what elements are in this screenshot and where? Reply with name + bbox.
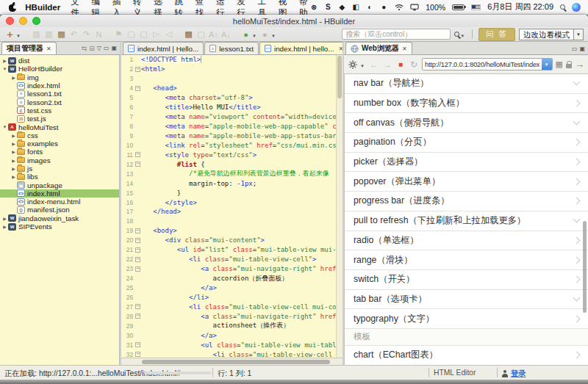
expand-arrow-icon[interactable]: ▶ [1, 58, 8, 63]
menu-bar-clock[interactable]: 6月8日 周四 22:09 [487, 1, 553, 12]
code-line[interactable]: 24 accordion（折叠面板） [121, 274, 336, 283]
tree-item[interactable]: ▶js [0, 164, 119, 173]
close-icon[interactable]: ✕ [46, 46, 51, 52]
code-line[interactable]: 13 /*避免导航边框和列表背景边框重叠，看起来像 [121, 169, 336, 178]
browser-list-item[interactable]: pull to refresh（下拉刷新和上拉加载更多） [345, 211, 588, 231]
scrollbar-thumb[interactable] [142, 360, 330, 364]
circle-x-icon[interactable]: ⊗ [309, 3, 318, 12]
chevron-down-icon[interactable]: ▼ [360, 64, 365, 68]
fold-marker-icon[interactable]: − [135, 228, 141, 233]
s-app-icon[interactable]: S [323, 3, 332, 12]
code-line[interactable]: 18 [121, 217, 336, 226]
editor-tab[interactable]: <>index.html | Hello... [123, 42, 204, 54]
browser-go-button[interactable]: → [575, 59, 584, 69]
browser-forward-button[interactable]: → [382, 59, 392, 70]
tree-item[interactable]: ▶Wdist [0, 57, 119, 65]
chevron-down-icon[interactable]: ▼ [573, 29, 583, 40]
input-language-flag-icon[interactable] [471, 4, 481, 10]
view-mode-select[interactable]: 边改边看模式 ▼ [519, 29, 584, 40]
preview-button[interactable]: ▩ [56, 29, 67, 40]
tree-item[interactable]: JStest.js [0, 115, 119, 123]
editor-tab[interactable]: ≡lesson1.txt [204, 42, 259, 54]
tree-item[interactable]: ≡lesson2.txt [0, 98, 119, 106]
tab-web-browser[interactable]: Web浏览器 ✕ [345, 42, 412, 54]
code-line[interactable]: 31− <ul class="mui-table-view mui-tabl [121, 340, 336, 349]
web-run-button[interactable]: ● [259, 29, 270, 40]
code-line[interactable]: 27− <li class="mui-table-view-cell mui-c… [121, 302, 336, 311]
tree-item[interactable]: <>index.html [0, 189, 119, 198]
code-line[interactable]: 20− <div class="mui-content"> [121, 236, 336, 245]
browser-list-item[interactable]: chart（EChart图表） [345, 346, 588, 365]
code-line[interactable]: 26 </li> [121, 292, 336, 302]
browser-list-item[interactable]: popover（弹出菜单） [345, 172, 588, 192]
code-line[interactable]: 3 [121, 74, 336, 84]
tree-item[interactable]: <>index-menu.html [0, 198, 119, 206]
code-line[interactable]: 32− <li class="mui-table-view-cell [121, 349, 336, 358]
code-line[interactable]: 8 <meta name="apple-mobile-web-app-capab… [121, 122, 336, 131]
browser-list-item[interactable]: nav bar（导航栏） [345, 74, 588, 94]
browser-list-item[interactable]: pagination（分页） [345, 133, 588, 153]
minimize-panel-icon[interactable]: ▭ [572, 46, 578, 52]
editor-horizontal-scrollbar[interactable] [121, 358, 343, 365]
expand-arrow-icon[interactable]: ▶ [1, 216, 8, 221]
browser-list-item[interactable]: tab bar（选项卡） [345, 290, 588, 310]
spotlight-icon[interactable] [560, 4, 565, 10]
tree-item[interactable]: ▼WHelloHBuilder [0, 65, 119, 73]
fold-marker-icon[interactable]: − [135, 267, 141, 272]
code-line[interactable]: 19− <body> [121, 226, 336, 236]
code-line[interactable]: 11− <style type="text/css"> [121, 150, 336, 159]
browser-list-item[interactable]: switch（开关） [345, 270, 588, 290]
tree-item[interactable]: {}manifest.json [0, 206, 119, 214]
minimize-panel-icon[interactable]: ▭ [104, 46, 110, 52]
qq-icon[interactable]: ◧ [351, 3, 360, 12]
wechat-icon[interactable]: ● [379, 3, 388, 12]
fold-marker-icon[interactable]: − [135, 162, 141, 167]
fold-marker-icon[interactable]: − [135, 314, 141, 319]
link-with-editor-icon[interactable]: ⇆ [82, 46, 87, 52]
qa-button[interactable]: 问 答 [478, 28, 515, 41]
collapse-all-icon[interactable]: ⊟ [89, 46, 95, 52]
browser-settings-icon[interactable] [348, 59, 358, 70]
code-line[interactable]: 30 </a> [121, 330, 336, 340]
view-menu-icon[interactable]: ▽ [97, 46, 101, 52]
tree-item[interactable]: ctest.css [0, 106, 119, 115]
fold-marker-icon[interactable]: − [135, 247, 141, 253]
expand-arrow-icon[interactable]: ▶ [1, 224, 8, 229]
code-line[interactable]: 7 <meta name="viewport" content="width=d… [121, 112, 336, 122]
tree-item[interactable]: ▶img [0, 73, 119, 81]
app-menu[interactable]: HBuilder [25, 3, 60, 12]
camera-icon[interactable]: ◐ [365, 3, 374, 12]
tab-project-manager[interactable]: 项目管理器 ✕ [1, 42, 57, 54]
maximize-panel-icon[interactable]: ▣ [111, 46, 117, 52]
expand-arrow-icon[interactable]: ▶ [10, 75, 17, 80]
fold-marker-icon[interactable]: − [135, 304, 141, 309]
code-line[interactable]: 1<!DOCTYPE html> [121, 55, 336, 65]
expand-arrow-icon[interactable]: ▶ [10, 141, 17, 146]
url-input[interactable] [423, 59, 542, 70]
browser-list-item[interactable]: off canvas（侧滑导航） [345, 113, 588, 133]
tree-item[interactable]: <>index.html [0, 81, 119, 90]
scrollbar-thumb[interactable] [337, 56, 342, 98]
close-icon[interactable]: ✕ [402, 46, 407, 52]
browser-list-item[interactable]: typography（文字） [345, 309, 588, 329]
tree-item[interactable]: ▼AhelloMuiTest [0, 123, 119, 131]
siri-icon[interactable] [572, 3, 581, 12]
browser-list-item[interactable]: picker（选择器） [345, 153, 588, 173]
airplay-icon[interactable] [410, 3, 419, 12]
apple-menu-icon[interactable] [9, 3, 15, 12]
project-tree[interactable]: ▶Wdist▼WHelloHBuilder▶img<>index.html≡le… [0, 55, 120, 365]
code-line[interactable]: 14 margin-top: -1px; [121, 178, 336, 188]
login-link[interactable]: 登录 [511, 369, 526, 379]
fold-marker-icon[interactable]: − [135, 67, 141, 72]
code-line[interactable]: 23− <a class="mui-navigate-right" href [121, 264, 336, 274]
run-button[interactable]: ● [240, 29, 251, 40]
code-line[interactable]: 22− <li class="mui-table-view-cell"> [121, 255, 336, 264]
wifi-icon[interactable] [395, 3, 404, 12]
expand-arrow-icon[interactable]: ▶ [10, 149, 17, 154]
code-line[interactable]: 6 <title>Hello MUI</title> [121, 103, 336, 112]
chevron-down-icon[interactable]: ▼ [271, 34, 276, 38]
code-line[interactable]: 15 } [121, 188, 336, 198]
tree-item[interactable]: ▶WSIPEvents [0, 222, 119, 231]
browser-list-item[interactable]: radio（单选框） [345, 231, 588, 251]
editor-vertical-scrollbar[interactable] [336, 55, 343, 358]
